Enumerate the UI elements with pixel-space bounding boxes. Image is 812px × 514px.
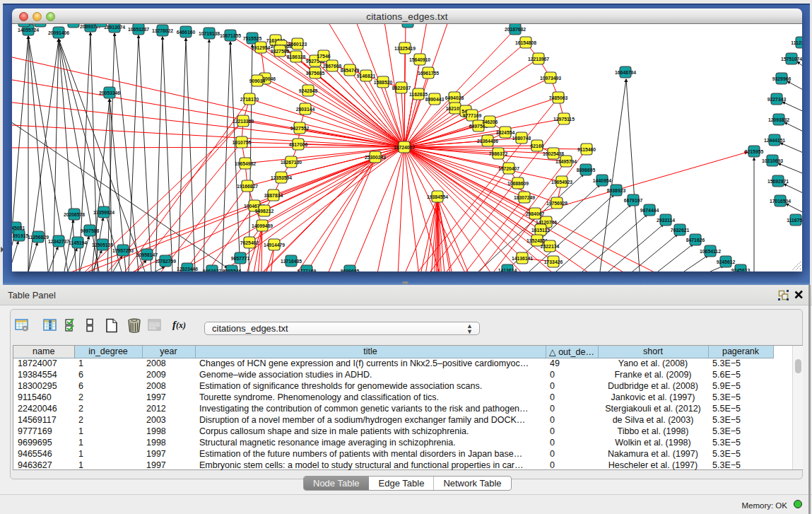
svg-text:10671355: 10671355 (220, 33, 241, 38)
svg-text:3887834: 3887834 (264, 193, 283, 198)
svg-text:2984067: 2984067 (526, 211, 545, 216)
svg-text:9329966: 9329966 (772, 76, 792, 81)
svg-text:10958147: 10958147 (136, 252, 158, 257)
svg-text:10653287: 10653287 (128, 27, 149, 32)
svg-text:8471626: 8471626 (686, 238, 705, 243)
svg-text:17546: 17546 (317, 54, 331, 59)
svg-text:9245612: 9245612 (717, 259, 736, 264)
svg-text:10025438: 10025438 (543, 151, 564, 156)
svg-text:21364436: 21364436 (477, 139, 498, 144)
svg-text:12505135: 12505135 (92, 243, 113, 247)
svg-text:17359924: 17359924 (93, 210, 114, 215)
svg-text:1010755: 1010755 (233, 140, 252, 145)
svg-text:17957253: 17957253 (112, 248, 134, 253)
svg-text:9777169: 9777169 (463, 113, 482, 118)
svg-text:1116753: 1116753 (787, 218, 802, 223)
svg-text:9242848: 9242848 (299, 88, 318, 93)
svg-text:2933114: 2933114 (657, 218, 675, 223)
svg-text:8215955: 8215955 (745, 149, 764, 154)
svg-text:18267130: 18267130 (281, 160, 302, 165)
svg-text:14136141: 14136141 (512, 256, 533, 261)
svg-text:3824554: 3824554 (496, 130, 515, 135)
svg-text:9498212: 9498212 (255, 209, 274, 214)
svg-text:8822037: 8822037 (392, 86, 411, 90)
svg-text:14099489: 14099489 (252, 223, 273, 228)
svg-text:12342737: 12342737 (48, 239, 69, 244)
svg-text:2522174: 2522174 (541, 244, 560, 249)
svg-text:9463627: 9463627 (203, 269, 222, 271)
svg-text:12213967: 12213967 (528, 57, 549, 62)
svg-text:9227343: 9227343 (767, 97, 787, 102)
svg-text:19654923: 19654923 (551, 180, 572, 185)
svg-text:12323446: 12323446 (177, 267, 198, 271)
svg-text:1733426: 1733426 (544, 259, 563, 264)
svg-text:2803144: 2803144 (296, 107, 315, 112)
svg-text:9674444: 9674444 (640, 208, 659, 213)
svg-text:10654112: 10654112 (700, 249, 721, 254)
svg-text:19654982: 19654982 (235, 161, 256, 166)
svg-text:9699695: 9699695 (341, 269, 360, 271)
svg-text:19384554: 19384554 (427, 194, 448, 199)
svg-text:7485063: 7485063 (549, 95, 568, 100)
svg-text:1413614: 1413614 (498, 268, 517, 271)
svg-text:20053346: 20053346 (99, 90, 120, 95)
svg-text:9327508: 9327508 (271, 49, 290, 54)
svg-text:9146821: 9146821 (357, 74, 376, 78)
svg-text:6679197: 6679197 (624, 198, 643, 203)
svg-text:1080748: 1080748 (512, 136, 531, 141)
svg-text:17016504: 17016504 (770, 199, 791, 204)
svg-text:13495794: 13495794 (555, 159, 577, 164)
svg-text:8454749: 8454749 (341, 68, 360, 73)
svg-text:16648784: 16648784 (615, 70, 636, 75)
svg-text:10782759: 10782759 (155, 259, 176, 264)
svg-text:8912954: 8912954 (252, 45, 271, 50)
svg-text:15720407: 15720407 (498, 166, 519, 171)
svg-text:1615112: 1615112 (531, 228, 550, 233)
svg-text:9115460: 9115460 (577, 147, 596, 152)
svg-text:8990443: 8990443 (425, 97, 445, 102)
svg-text:18724007: 18724007 (394, 145, 415, 150)
svg-text:2718170: 2718170 (240, 97, 259, 102)
svg-text:11356829: 11356829 (28, 235, 49, 240)
svg-text:12444151: 12444151 (764, 138, 785, 143)
svg-text:9777169: 9777169 (298, 269, 317, 271)
svg-text:9657771: 9657771 (231, 256, 250, 261)
svg-text:7515525: 7515525 (243, 36, 262, 41)
svg-text:8938923: 8938923 (607, 188, 626, 193)
svg-text:15692971: 15692971 (767, 179, 789, 184)
svg-text:9245613: 9245613 (731, 268, 751, 271)
svg-text:10210693: 10210693 (762, 158, 783, 163)
svg-text:6466160: 6466160 (177, 30, 196, 35)
svg-text:1440954: 1440954 (593, 178, 612, 183)
svg-text:7632621: 7632621 (671, 228, 690, 233)
svg-text:1391915: 1391915 (12, 233, 28, 238)
svg-text:9465546: 9465546 (223, 269, 242, 271)
svg-text:16961755: 16961755 (418, 71, 439, 76)
svg-text:1162635: 1162635 (409, 92, 428, 97)
svg-text:10973493: 10973493 (540, 76, 561, 81)
svg-text:15640910: 15640910 (409, 57, 430, 62)
svg-text:7986372: 7986372 (489, 151, 508, 156)
svg-text:11123334: 11123334 (791, 40, 802, 45)
svg-text:18307249: 18307249 (514, 195, 535, 200)
svg-text:13276022: 13276022 (152, 28, 173, 33)
svg-text:12093832: 12093832 (768, 117, 789, 122)
svg-text:8898695: 8898695 (577, 168, 596, 173)
svg-text:20091406: 20091406 (48, 30, 69, 35)
svg-text:12353594: 12353594 (271, 175, 292, 180)
svg-text:909034: 909034 (249, 78, 266, 83)
svg-text:25300243: 25300243 (365, 155, 386, 160)
svg-text:16154808: 16154808 (515, 40, 536, 45)
svg-text:14914479: 14914479 (264, 243, 285, 247)
svg-text:1379225: 1379225 (399, 24, 418, 25)
svg-text:9097588: 9097588 (81, 228, 100, 233)
svg-text:1588520: 1588520 (374, 80, 393, 85)
svg-text:20206578: 20206578 (64, 212, 85, 217)
svg-text:10719138: 10719138 (199, 31, 220, 36)
svg-text:1145194: 1145194 (69, 240, 87, 245)
svg-text:62160: 62160 (531, 144, 544, 148)
svg-text:9427552: 9427552 (290, 126, 310, 131)
svg-text:8186328: 8186328 (287, 54, 306, 59)
svg-text:13716485: 13716485 (281, 259, 302, 264)
svg-text:10688609: 10688609 (507, 181, 529, 186)
